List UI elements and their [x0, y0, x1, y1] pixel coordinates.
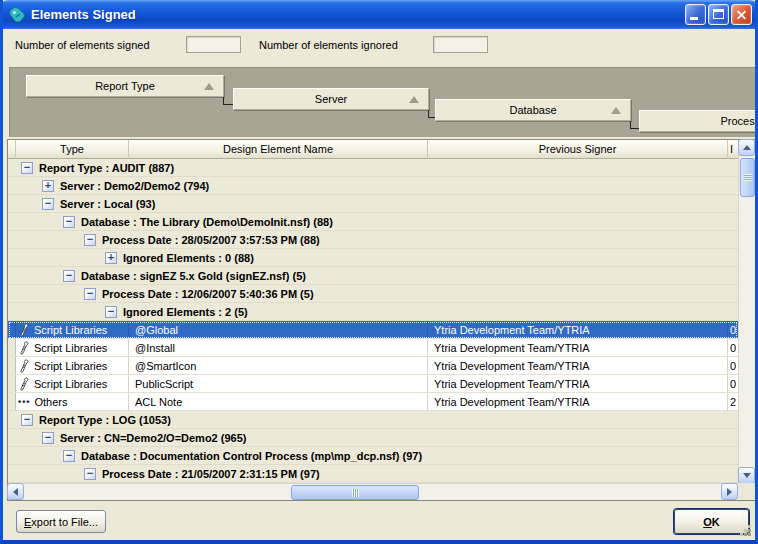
- expand-toggle[interactable]: +: [105, 252, 117, 264]
- group-row[interactable]: −Process Date : 12/06/2007 5:40:36 PM (5…: [8, 285, 738, 303]
- expand-toggle[interactable]: −: [21, 414, 33, 426]
- column-header-partial[interactable]: I: [728, 140, 738, 159]
- expand-toggle[interactable]: −: [105, 306, 117, 318]
- count-cell: 0: [728, 321, 738, 338]
- ok-button-label: OK: [703, 516, 720, 528]
- previous-signer-cell: Ytria Development Team/YTRIA: [428, 321, 728, 338]
- export-to-file-button[interactable]: Export to File...: [16, 510, 106, 533]
- ignored-count-field[interactable]: [433, 36, 488, 53]
- expand-toggle[interactable]: −: [84, 234, 96, 246]
- maximize-button[interactable]: [708, 4, 729, 25]
- vertical-scroll-thumb[interactable]: [740, 158, 755, 197]
- count-cell: 0: [728, 357, 738, 374]
- group-label: Process Date : 28/05/2007 3:57:53 PM (88…: [102, 234, 320, 246]
- design-element-name-cell: @Install: [129, 339, 428, 356]
- header-gutter: [8, 140, 16, 159]
- groupby-button-database[interactable]: Database: [435, 99, 631, 121]
- type-cell: Script Libraries: [16, 375, 129, 392]
- group-row[interactable]: −Report Type : LOG (1053): [8, 411, 738, 429]
- expand-toggle[interactable]: +: [42, 180, 54, 192]
- scroll-left-button[interactable]: [7, 483, 24, 500]
- expand-toggle[interactable]: −: [63, 216, 75, 228]
- count-cell: 0: [728, 339, 738, 356]
- group-row[interactable]: −Database : The Library (Demo\DemoInit.n…: [8, 213, 738, 231]
- sort-asc-icon: [204, 83, 214, 90]
- script-library-icon: [18, 377, 31, 391]
- group-label: Process Date : 21/05/2007 2:31:15 PM (97…: [102, 468, 320, 480]
- group-row[interactable]: −Report Type : AUDIT (887): [8, 159, 738, 177]
- row-gutter: [8, 321, 16, 338]
- type-label: Script Libraries: [34, 360, 107, 372]
- signed-count-label: Number of elements signed: [15, 39, 150, 51]
- column-header-design-element-name[interactable]: Design Element Name: [129, 140, 428, 159]
- minimize-button[interactable]: [685, 4, 706, 25]
- scroll-right-button[interactable]: [721, 483, 738, 500]
- table-row[interactable]: Script LibrariesPublicScriptYtria Develo…: [8, 375, 738, 393]
- table-row[interactable]: Script Libraries@SmartIconYtria Developm…: [8, 357, 738, 375]
- scroll-up-button[interactable]: [738, 139, 755, 156]
- scroll-down-button[interactable]: [738, 467, 755, 484]
- group-row[interactable]: −Server : CN=Demo2/O=Demo2 (965): [8, 429, 738, 447]
- horizontal-scrollbar[interactable]: [8, 483, 738, 500]
- count-cell: 2: [728, 393, 738, 410]
- group-row[interactable]: −Process Date : 21/05/2007 2:31:15 PM (9…: [8, 465, 738, 483]
- expand-toggle[interactable]: −: [42, 198, 54, 210]
- group-row[interactable]: −Server : Local (93): [8, 195, 738, 213]
- expand-toggle[interactable]: −: [63, 270, 75, 282]
- ignored-count-label: Number of elements ignored: [259, 39, 398, 51]
- column-header-previous-signer[interactable]: Previous Signer: [428, 140, 728, 159]
- expand-toggle[interactable]: −: [84, 468, 96, 480]
- design-element-name-cell: ACL Note: [129, 393, 428, 410]
- groupby-button-server[interactable]: Server: [233, 88, 429, 110]
- count-cell: 0: [728, 375, 738, 392]
- script-library-icon: [18, 359, 31, 373]
- group-row[interactable]: −Database : signEZ 5.x Gold (signEZ.nsf)…: [8, 267, 738, 285]
- group-row[interactable]: +Server : Demo2/Demo2 (794): [8, 177, 738, 195]
- others-icon: •••: [18, 397, 30, 407]
- expand-toggle[interactable]: −: [63, 450, 75, 462]
- title-bar[interactable]: Elements Signed: [0, 0, 758, 29]
- previous-signer-cell: Ytria Development Team/YTRIA: [428, 339, 728, 356]
- resize-grip[interactable]: [738, 523, 752, 537]
- expand-toggle[interactable]: −: [84, 288, 96, 300]
- scroll-right-icon: [727, 488, 732, 496]
- expand-toggle[interactable]: −: [21, 162, 33, 174]
- groupby-label: Database: [509, 104, 556, 116]
- group-label: Database : The Library (Demo\DemoInit.ns…: [81, 216, 333, 228]
- expand-toggle[interactable]: −: [42, 432, 54, 444]
- scroll-down-icon: [743, 473, 751, 478]
- groupby-button-process-date[interactable]: Process Date: [639, 110, 755, 132]
- groupby-label: Report Type: [95, 80, 155, 92]
- group-row[interactable]: +Ignored Elements : 0 (88): [8, 249, 738, 267]
- close-button[interactable]: [731, 4, 752, 25]
- group-row[interactable]: −Ignored Elements : 2 (5): [8, 303, 738, 321]
- type-label: Script Libraries: [34, 378, 107, 390]
- groupby-label: Server: [315, 93, 347, 105]
- horizontal-scroll-thumb[interactable]: [291, 485, 419, 500]
- vertical-scrollbar[interactable]: [738, 140, 755, 483]
- previous-signer-cell: Ytria Development Team/YTRIA: [428, 393, 728, 410]
- table-row[interactable]: •••OthersACL NoteYtria Development Team/…: [8, 393, 738, 411]
- group-label: Ignored Elements : 2 (5): [123, 306, 248, 318]
- export-button-label: Export to File...: [24, 516, 98, 528]
- group-connector: [428, 110, 435, 118]
- column-header-type[interactable]: Type: [16, 140, 129, 159]
- previous-signer-cell: Ytria Development Team/YTRIA: [428, 357, 728, 374]
- close-icon: [732, 5, 751, 24]
- signed-count-field[interactable]: [186, 36, 241, 53]
- table-row[interactable]: Script Libraries@InstallYtria Developmen…: [8, 339, 738, 357]
- minimize-icon: [690, 17, 698, 20]
- group-row[interactable]: −Database : Documentation Control Proces…: [8, 447, 738, 465]
- table-row[interactable]: Script Libraries@GlobalYtria Development…: [8, 321, 738, 339]
- row-gutter: [8, 393, 16, 410]
- groupby-button-report-type[interactable]: Report Type: [26, 75, 224, 97]
- window-title: Elements Signed: [31, 7, 685, 22]
- group-label: Report Type : AUDIT (887): [39, 162, 174, 174]
- grid-rows: −Report Type : AUDIT (887)+Server : Demo…: [8, 159, 738, 483]
- group-row[interactable]: −Process Date : 28/05/2007 3:57:53 PM (8…: [8, 231, 738, 249]
- type-label: Script Libraries: [34, 324, 107, 336]
- group-connector: [630, 121, 639, 129]
- group-label: Database : signEZ 5.x Gold (signEZ.nsf) …: [81, 270, 306, 282]
- group-label: Server : CN=Demo2/O=Demo2 (965): [60, 432, 246, 444]
- sort-asc-icon: [409, 96, 419, 103]
